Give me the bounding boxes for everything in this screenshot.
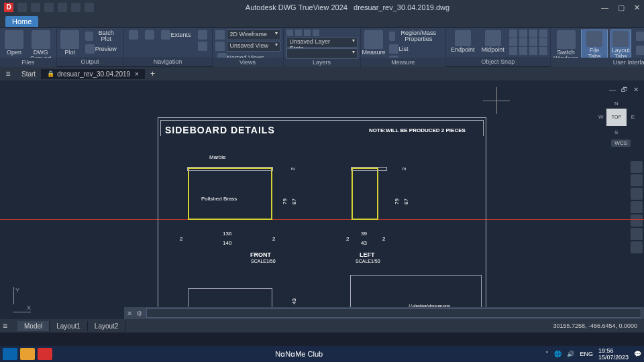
nav-orbit-icon[interactable]	[631, 201, 643, 213]
extents-icon	[161, 30, 170, 40]
nav-pan-icon[interactable]	[631, 174, 643, 186]
explorer-icon[interactable]	[20, 348, 35, 360]
nav-small-2[interactable]	[196, 41, 209, 52]
tab-layout2[interactable]: Layout2	[88, 321, 126, 331]
tile-h-button[interactable]: Tile Horizontally	[634, 29, 644, 43]
tab-model[interactable]: Model	[17, 321, 50, 331]
panel-label: Object Snap	[446, 57, 550, 66]
tile-v-button[interactable]: Tile Vertically	[634, 44, 644, 57]
tab-document[interactable]: 🔒dresuar_rev_30.04.2019×	[42, 69, 145, 79]
osnap-icon[interactable]	[529, 47, 537, 55]
tray-chevron-icon[interactable]: ˄	[545, 351, 549, 357]
measure-icon	[364, 30, 383, 49]
file-tabs-toggle[interactable]: File Tabs	[581, 29, 607, 61]
osnap-icon[interactable]	[529, 29, 537, 38]
qat-icon[interactable]	[71, 3, 80, 12]
doc-restore-icon[interactable]: 🗗	[621, 86, 628, 93]
qat-icon[interactable]	[44, 3, 54, 12]
doc-minimize-icon[interactable]: —	[609, 86, 616, 93]
maximize-button[interactable]: ▢	[618, 3, 625, 12]
ribbon: Open DWG Convert Files Plot Batch Plot P…	[0, 28, 644, 67]
tab-layout1[interactable]: Layout1	[50, 321, 88, 331]
open-button[interactable]: Open	[3, 29, 25, 56]
region-icon	[389, 32, 396, 41]
midpoint-button[interactable]: Midpoint	[480, 29, 506, 54]
dim-43: 43	[361, 240, 367, 246]
layer-state-dropdown[interactable]: Unsaved Layer State	[286, 37, 358, 48]
batch-icon	[85, 32, 93, 41]
nav-tool-icon[interactable]	[631, 228, 643, 240]
layout-menu-icon[interactable]: ≡	[3, 321, 13, 330]
nav-tool-icon[interactable]	[631, 215, 643, 227]
pan-icon	[129, 30, 138, 40]
qat-icon[interactable]	[17, 3, 27, 12]
osnap-icon[interactable]	[509, 47, 517, 55]
tray-lang[interactable]: ENG	[580, 351, 593, 357]
dim-2: 2	[346, 236, 349, 242]
nav-zoom-icon[interactable]	[631, 188, 643, 200]
wcs-badge[interactable]: WCS	[611, 139, 631, 147]
preview-icon	[85, 44, 95, 54]
layout-tabs-toggle[interactable]: Layout Tabs	[610, 29, 632, 61]
saved-view-dropdown[interactable]: Unsaved View	[227, 41, 280, 52]
doc-close-icon[interactable]: ✕	[633, 86, 639, 93]
scale-label: SCALE1/50	[251, 259, 276, 263]
dim-87: 87	[403, 198, 409, 204]
view-cube[interactable]: NSWE TOP	[600, 101, 633, 134]
taskbar-brand: NɑNɑMe Club	[275, 350, 323, 359]
drawing-canvas[interactable]: — 🗗 ✕ NSWE TOP WCS SIDEBOARD DETAILS NOT…	[0, 80, 644, 333]
plot-button[interactable]: Plot	[60, 29, 80, 56]
sheet-title: SIDEBOARD DETAILS	[165, 125, 275, 135]
app-task-icon[interactable]	[38, 348, 52, 360]
qat-icon[interactable]	[31, 3, 40, 12]
nav-icon-2[interactable]	[143, 29, 156, 40]
osnap-icon[interactable]	[539, 38, 547, 46]
measure-button[interactable]: Measure	[364, 29, 384, 56]
osnap-icon[interactable]	[529, 38, 537, 46]
osnap-icon[interactable]	[539, 47, 547, 55]
tab-start[interactable]: Start	[16, 69, 42, 79]
command-line[interactable]: ✕ ⚙	[124, 307, 644, 319]
osnap-icon[interactable]	[509, 38, 517, 46]
tray-notifications-icon[interactable]: 💬	[634, 351, 641, 357]
osnap-icon[interactable]	[519, 38, 527, 46]
dim-79: 79	[394, 198, 400, 204]
ucs-icon: Y X	[13, 287, 31, 312]
nav-icon-1[interactable]	[127, 29, 140, 40]
cmd-close-icon[interactable]: ✕	[127, 310, 132, 317]
list-button[interactable]: List	[387, 44, 443, 54]
qat-icon[interactable]	[58, 3, 67, 12]
batch-plot-button[interactable]: Batch Plot	[83, 29, 121, 43]
osnap-icon[interactable]	[519, 47, 527, 55]
minimize-button[interactable]: —	[601, 3, 608, 12]
tray-clock[interactable]: 19:5615/07/2023	[598, 347, 629, 361]
tray-network-icon[interactable]: 🌐	[554, 351, 561, 357]
osnap-icon[interactable]	[539, 29, 547, 38]
nav-wheel-icon[interactable]	[631, 161, 643, 173]
nav-small-1[interactable]	[196, 29, 209, 40]
layer-dropdown[interactable]	[286, 48, 358, 59]
nav-tool-icon[interactable]	[631, 241, 643, 253]
view-style-dropdown[interactable]: 2D Wireframe	[227, 29, 280, 40]
tilev-icon	[636, 46, 644, 55]
osnap-icon[interactable]	[509, 29, 517, 38]
menu-bar: Home	[0, 15, 644, 28]
start-button[interactable]	[3, 348, 17, 360]
osnap-icon[interactable]	[519, 29, 527, 38]
endpoint-button[interactable]: Endpoint	[449, 29, 477, 54]
panel-label: Navigation	[124, 57, 212, 66]
preview-button[interactable]: Preview	[83, 44, 121, 54]
front-elevation	[188, 168, 272, 220]
file-menu-icon[interactable]: ≡	[3, 69, 13, 78]
close-button[interactable]: ✕	[634, 3, 640, 12]
tab-home[interactable]: Home	[5, 16, 38, 27]
leader-marble: Marble	[209, 154, 225, 160]
region-mass-button[interactable]: Region/Mass Properties	[387, 29, 443, 43]
extents-button[interactable]: Extents	[159, 29, 193, 40]
close-tab-icon[interactable]: ×	[135, 70, 139, 78]
new-tab-button[interactable]: +	[145, 68, 160, 80]
command-input[interactable]	[146, 308, 641, 318]
qat-icon[interactable]	[85, 3, 94, 12]
panel-label: Layers	[284, 58, 360, 67]
tray-volume-icon[interactable]: 🔊	[567, 351, 574, 357]
